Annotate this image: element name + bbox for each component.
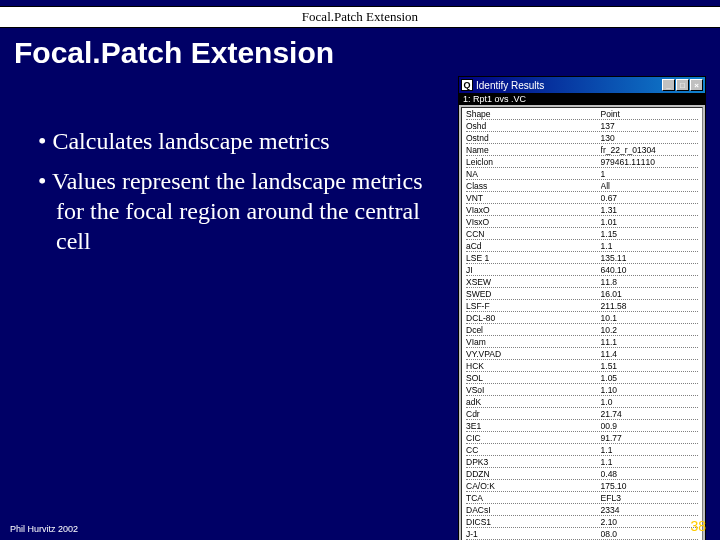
result-key: DDZN bbox=[466, 469, 601, 479]
result-row[interactable]: Oshd137 bbox=[466, 120, 698, 132]
result-key: TCA bbox=[466, 493, 601, 503]
result-value: 91.77 bbox=[601, 433, 698, 443]
maximize-button[interactable]: □ bbox=[676, 79, 689, 91]
result-row[interactable]: HCK1.51 bbox=[466, 360, 698, 372]
footer-author: Phil Hurvitz 2002 bbox=[10, 524, 78, 534]
result-value: 11.8 bbox=[601, 277, 698, 287]
result-value: 1.15 bbox=[601, 229, 698, 239]
result-value: 08.0 bbox=[601, 529, 698, 539]
header-text: Focal.Patch Extension bbox=[302, 9, 418, 24]
result-value: EFL3 bbox=[601, 493, 698, 503]
result-row[interactable]: ClassAll bbox=[466, 180, 698, 192]
result-value: 175.10 bbox=[601, 481, 698, 491]
result-key: DACsI bbox=[466, 505, 601, 515]
result-row[interactable]: DDZN0.48 bbox=[466, 468, 698, 480]
result-value: 10.1 bbox=[601, 313, 698, 323]
result-row[interactable]: CIC91.77 bbox=[466, 432, 698, 444]
result-row[interactable]: VSoI1.10 bbox=[466, 384, 698, 396]
result-row[interactable]: DACsI2334 bbox=[466, 504, 698, 516]
result-key: SOL bbox=[466, 373, 601, 383]
result-key: NA bbox=[466, 169, 601, 179]
result-row[interactable]: J-108.0 bbox=[466, 528, 698, 540]
result-row[interactable]: DICS12.10 bbox=[466, 516, 698, 528]
result-value: All bbox=[601, 181, 698, 191]
result-key: HCK bbox=[466, 361, 601, 371]
result-key: Cdr bbox=[466, 409, 601, 419]
result-row[interactable]: adK1.0 bbox=[466, 396, 698, 408]
result-row[interactable]: XSEW11.8 bbox=[466, 276, 698, 288]
identify-results-window: Q Identify Results _ □ × 1: Rpt1 ovs .VC… bbox=[458, 76, 706, 540]
result-value: 16.01 bbox=[601, 289, 698, 299]
app-icon: Q bbox=[461, 79, 473, 91]
result-row[interactable]: JI640.10 bbox=[466, 264, 698, 276]
result-value: 135.11 bbox=[601, 253, 698, 263]
result-row[interactable]: Ostnd130 bbox=[466, 132, 698, 144]
result-row[interactable]: DCL-8010.1 bbox=[466, 312, 698, 324]
results-list[interactable]: ShapePointOshd137Ostnd130Namefr_22_r_013… bbox=[461, 107, 703, 540]
result-row[interactable]: CCN1.15 bbox=[466, 228, 698, 240]
result-value: 2.10 bbox=[601, 517, 698, 527]
result-value: 211.58 bbox=[601, 301, 698, 311]
result-key: aCd bbox=[466, 241, 601, 251]
result-key: Name bbox=[466, 145, 601, 155]
result-key: CA/O:K bbox=[466, 481, 601, 491]
result-value: 1.05 bbox=[601, 373, 698, 383]
result-row[interactable]: CC1.1 bbox=[466, 444, 698, 456]
bullet-item: Calculates landscape metrics bbox=[38, 126, 446, 156]
result-value: 1 bbox=[601, 169, 698, 179]
result-key: VIsxO bbox=[466, 217, 601, 227]
result-row[interactable]: CA/O:K175.10 bbox=[466, 480, 698, 492]
result-row[interactable]: LSF-F211.58 bbox=[466, 300, 698, 312]
content-row: Calculates landscape metrics Values repr… bbox=[0, 76, 720, 540]
result-key: XSEW bbox=[466, 277, 601, 287]
minimize-button[interactable]: _ bbox=[662, 79, 675, 91]
result-row[interactable]: DPK31.1 bbox=[466, 456, 698, 468]
result-row[interactable]: VIsxO1.01 bbox=[466, 216, 698, 228]
result-key: LSE 1 bbox=[466, 253, 601, 263]
result-key: DCL-80 bbox=[466, 313, 601, 323]
result-key: adK bbox=[466, 397, 601, 407]
result-value: 979461.11110 bbox=[601, 157, 698, 167]
header-band: Focal.Patch Extension bbox=[0, 6, 720, 28]
result-value: 137 bbox=[601, 121, 698, 131]
result-key: Shape bbox=[466, 109, 601, 119]
result-key: CIC bbox=[466, 433, 601, 443]
result-row[interactable]: VY.VPAD11.4 bbox=[466, 348, 698, 360]
result-key: DPK3 bbox=[466, 457, 601, 467]
result-value: 0.67 bbox=[601, 193, 698, 203]
result-row[interactable]: Leiclon979461.11110 bbox=[466, 156, 698, 168]
result-value: 130 bbox=[601, 133, 698, 143]
result-row[interactable]: LSE 1135.11 bbox=[466, 252, 698, 264]
result-key: Dcel bbox=[466, 325, 601, 335]
result-value: 11.4 bbox=[601, 349, 698, 359]
result-row[interactable]: 3E100.9 bbox=[466, 420, 698, 432]
result-row[interactable]: VIam11.1 bbox=[466, 336, 698, 348]
result-value: 11.1 bbox=[601, 337, 698, 347]
result-row[interactable]: Namefr_22_r_01304 bbox=[466, 144, 698, 156]
result-value: fr_22_r_01304 bbox=[601, 145, 698, 155]
result-row[interactable]: ShapePoint bbox=[466, 108, 698, 120]
result-value: 1.1 bbox=[601, 241, 698, 251]
result-row[interactable]: TCAEFL3 bbox=[466, 492, 698, 504]
result-key: VIam bbox=[466, 337, 601, 347]
result-row[interactable]: NA1 bbox=[466, 168, 698, 180]
result-row[interactable]: SWED16.01 bbox=[466, 288, 698, 300]
result-row[interactable]: Dcel10.2 bbox=[466, 324, 698, 336]
titlebar[interactable]: Q Identify Results _ □ × bbox=[459, 77, 705, 93]
result-key: CC bbox=[466, 445, 601, 455]
result-key: Oshd bbox=[466, 121, 601, 131]
result-row[interactable]: Cdr21.74 bbox=[466, 408, 698, 420]
result-value: 10.2 bbox=[601, 325, 698, 335]
result-row[interactable]: VNT0.67 bbox=[466, 192, 698, 204]
result-key: VNT bbox=[466, 193, 601, 203]
result-value: 1.1 bbox=[601, 445, 698, 455]
result-key: SWED bbox=[466, 289, 601, 299]
result-key: 3E1 bbox=[466, 421, 601, 431]
result-row[interactable]: aCd1.1 bbox=[466, 240, 698, 252]
result-key: LSF-F bbox=[466, 301, 601, 311]
close-button[interactable]: × bbox=[690, 79, 703, 91]
result-row[interactable]: VIaxO1.31 bbox=[466, 204, 698, 216]
result-row[interactable]: SOL1.05 bbox=[466, 372, 698, 384]
result-value: 0.48 bbox=[601, 469, 698, 479]
bullet-item: Values represent the landscape metrics f… bbox=[38, 166, 446, 256]
